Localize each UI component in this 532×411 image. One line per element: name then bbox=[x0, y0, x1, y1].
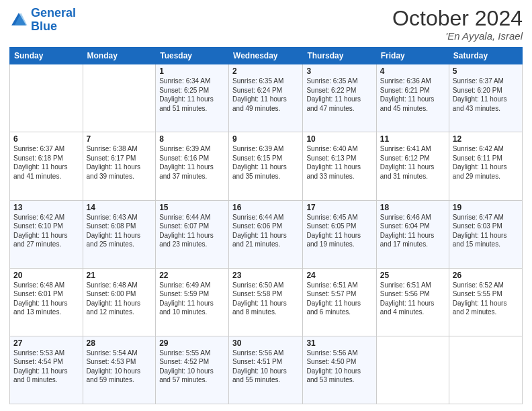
day-number: 19 bbox=[453, 203, 519, 212]
day-info: Sunrise: 6:40 AM Sunset: 6:13 PM Dayligh… bbox=[306, 144, 372, 181]
title-block: October 2024 'En Ayyala, Israel bbox=[392, 7, 523, 42]
day-cell: 12Sunrise: 6:42 AM Sunset: 6:11 PM Dayli… bbox=[449, 132, 522, 200]
day-info: Sunrise: 6:39 AM Sunset: 6:16 PM Dayligh… bbox=[159, 144, 225, 181]
day-cell: 24Sunrise: 6:51 AM Sunset: 5:57 PM Dayli… bbox=[303, 268, 376, 336]
day-cell: 25Sunrise: 6:51 AM Sunset: 5:56 PM Dayli… bbox=[376, 268, 449, 336]
day-cell: 5Sunrise: 6:37 AM Sunset: 6:20 PM Daylig… bbox=[449, 64, 522, 132]
day-info: Sunrise: 5:56 AM Sunset: 4:51 PM Dayligh… bbox=[232, 349, 299, 385]
day-number: 16 bbox=[232, 203, 299, 212]
logo-icon bbox=[9, 11, 28, 30]
day-number: 20 bbox=[13, 271, 79, 280]
day-number: 27 bbox=[13, 338, 79, 348]
day-cell: 13Sunrise: 6:42 AM Sunset: 6:10 PM Dayli… bbox=[10, 200, 83, 268]
day-number: 24 bbox=[306, 271, 372, 280]
day-number: 5 bbox=[453, 66, 519, 76]
day-number: 28 bbox=[87, 338, 152, 348]
day-number: 12 bbox=[453, 134, 519, 144]
day-info: Sunrise: 5:53 AM Sunset: 4:54 PM Dayligh… bbox=[13, 349, 79, 385]
day-info: Sunrise: 6:51 AM Sunset: 5:57 PM Dayligh… bbox=[306, 281, 372, 317]
day-cell: 22Sunrise: 6:49 AM Sunset: 5:59 PM Dayli… bbox=[156, 268, 229, 336]
week-row-0: 1Sunrise: 6:34 AM Sunset: 6:25 PM Daylig… bbox=[10, 64, 523, 132]
logo-blue: Blue bbox=[31, 19, 57, 33]
day-number: 9 bbox=[232, 134, 299, 144]
day-number: 31 bbox=[306, 338, 372, 348]
day-number: 1 bbox=[159, 66, 225, 76]
day-number: 23 bbox=[232, 271, 299, 280]
day-info: Sunrise: 6:38 AM Sunset: 6:17 PM Dayligh… bbox=[87, 144, 152, 181]
header-wednesday: Wednesday bbox=[229, 48, 303, 64]
day-cell: 30Sunrise: 5:56 AM Sunset: 4:51 PM Dayli… bbox=[229, 336, 303, 404]
day-cell: 28Sunrise: 5:54 AM Sunset: 4:53 PM Dayli… bbox=[83, 336, 156, 404]
day-info: Sunrise: 6:34 AM Sunset: 6:25 PM Dayligh… bbox=[159, 77, 225, 113]
calendar-page: General Blue October 2024 'En Ayyala, Is… bbox=[0, 0, 532, 411]
day-cell bbox=[10, 64, 83, 132]
header-saturday: Saturday bbox=[449, 48, 522, 64]
day-cell: 2Sunrise: 6:35 AM Sunset: 6:24 PM Daylig… bbox=[229, 64, 303, 132]
logo: General Blue bbox=[9, 7, 76, 34]
day-info: Sunrise: 6:43 AM Sunset: 6:08 PM Dayligh… bbox=[87, 213, 152, 249]
day-cell: 11Sunrise: 6:41 AM Sunset: 6:12 PM Dayli… bbox=[376, 132, 449, 200]
day-cell: 23Sunrise: 6:50 AM Sunset: 5:58 PM Dayli… bbox=[229, 268, 303, 336]
header-friday: Friday bbox=[376, 48, 449, 64]
day-cell: 31Sunrise: 5:56 AM Sunset: 4:50 PM Dayli… bbox=[303, 336, 376, 404]
day-info: Sunrise: 6:42 AM Sunset: 6:11 PM Dayligh… bbox=[453, 144, 519, 181]
day-info: Sunrise: 6:42 AM Sunset: 6:10 PM Dayligh… bbox=[13, 213, 79, 249]
day-number: 7 bbox=[87, 134, 152, 144]
day-cell bbox=[376, 336, 449, 404]
day-cell: 21Sunrise: 6:48 AM Sunset: 6:00 PM Dayli… bbox=[83, 268, 156, 336]
day-info: Sunrise: 6:46 AM Sunset: 6:04 PM Dayligh… bbox=[380, 213, 445, 249]
day-info: Sunrise: 6:48 AM Sunset: 6:01 PM Dayligh… bbox=[13, 281, 79, 317]
day-info: Sunrise: 6:41 AM Sunset: 6:12 PM Dayligh… bbox=[380, 144, 445, 181]
day-info: Sunrise: 6:49 AM Sunset: 5:59 PM Dayligh… bbox=[159, 281, 225, 317]
day-cell: 27Sunrise: 5:53 AM Sunset: 4:54 PM Dayli… bbox=[10, 336, 83, 404]
day-number: 4 bbox=[380, 66, 445, 76]
day-cell bbox=[83, 64, 156, 132]
day-info: Sunrise: 6:44 AM Sunset: 6:07 PM Dayligh… bbox=[159, 213, 225, 249]
day-info: Sunrise: 6:37 AM Sunset: 6:18 PM Dayligh… bbox=[13, 144, 79, 181]
day-cell: 26Sunrise: 6:52 AM Sunset: 5:55 PM Dayli… bbox=[449, 268, 522, 336]
logo-text: General Blue bbox=[31, 7, 76, 34]
day-cell: 10Sunrise: 6:40 AM Sunset: 6:13 PM Dayli… bbox=[303, 132, 376, 200]
day-info: Sunrise: 6:39 AM Sunset: 6:15 PM Dayligh… bbox=[232, 144, 299, 181]
day-number: 17 bbox=[306, 203, 372, 212]
day-number: 14 bbox=[87, 203, 152, 212]
location-title: 'En Ayyala, Israel bbox=[392, 30, 523, 42]
day-cell: 7Sunrise: 6:38 AM Sunset: 6:17 PM Daylig… bbox=[83, 132, 156, 200]
day-info: Sunrise: 6:37 AM Sunset: 6:20 PM Dayligh… bbox=[453, 77, 519, 113]
day-cell: 3Sunrise: 6:35 AM Sunset: 6:22 PM Daylig… bbox=[303, 64, 376, 132]
day-number: 25 bbox=[380, 271, 445, 280]
day-info: Sunrise: 6:48 AM Sunset: 6:00 PM Dayligh… bbox=[87, 281, 152, 317]
header-tuesday: Tuesday bbox=[156, 48, 229, 64]
day-info: Sunrise: 6:35 AM Sunset: 6:22 PM Dayligh… bbox=[306, 77, 372, 113]
day-cell: 9Sunrise: 6:39 AM Sunset: 6:15 PM Daylig… bbox=[229, 132, 303, 200]
day-info: Sunrise: 6:50 AM Sunset: 5:58 PM Dayligh… bbox=[232, 281, 299, 317]
day-number: 10 bbox=[306, 134, 372, 144]
day-info: Sunrise: 5:56 AM Sunset: 4:50 PM Dayligh… bbox=[306, 349, 372, 385]
day-cell: 18Sunrise: 6:46 AM Sunset: 6:04 PM Dayli… bbox=[376, 200, 449, 268]
day-info: Sunrise: 5:55 AM Sunset: 4:52 PM Dayligh… bbox=[159, 349, 225, 385]
day-cell: 8Sunrise: 6:39 AM Sunset: 6:16 PM Daylig… bbox=[156, 132, 229, 200]
calendar-table: SundayMondayTuesdayWednesdayThursdayFrid… bbox=[9, 47, 523, 404]
day-cell: 29Sunrise: 5:55 AM Sunset: 4:52 PM Dayli… bbox=[156, 336, 229, 404]
week-row-4: 27Sunrise: 5:53 AM Sunset: 4:54 PM Dayli… bbox=[10, 336, 523, 404]
header-monday: Monday bbox=[83, 48, 156, 64]
day-cell: 16Sunrise: 6:44 AM Sunset: 6:06 PM Dayli… bbox=[229, 200, 303, 268]
day-number: 6 bbox=[13, 134, 79, 144]
day-info: Sunrise: 6:35 AM Sunset: 6:24 PM Dayligh… bbox=[232, 77, 299, 113]
day-number: 11 bbox=[380, 134, 445, 144]
day-number: 22 bbox=[159, 271, 225, 280]
day-cell: 4Sunrise: 6:36 AM Sunset: 6:21 PM Daylig… bbox=[376, 64, 449, 132]
day-info: Sunrise: 6:45 AM Sunset: 6:05 PM Dayligh… bbox=[306, 213, 372, 249]
calendar-header-row: SundayMondayTuesdayWednesdayThursdayFrid… bbox=[10, 48, 523, 64]
day-info: Sunrise: 6:36 AM Sunset: 6:21 PM Dayligh… bbox=[380, 77, 445, 113]
day-info: Sunrise: 6:51 AM Sunset: 5:56 PM Dayligh… bbox=[380, 281, 445, 317]
day-cell: 15Sunrise: 6:44 AM Sunset: 6:07 PM Dayli… bbox=[156, 200, 229, 268]
day-info: Sunrise: 6:52 AM Sunset: 5:55 PM Dayligh… bbox=[453, 281, 519, 317]
logo-general: General bbox=[31, 6, 76, 19]
day-number: 8 bbox=[159, 134, 225, 144]
day-cell: 17Sunrise: 6:45 AM Sunset: 6:05 PM Dayli… bbox=[303, 200, 376, 268]
header-sunday: Sunday bbox=[10, 48, 83, 64]
day-cell: 14Sunrise: 6:43 AM Sunset: 6:08 PM Dayli… bbox=[83, 200, 156, 268]
day-number: 3 bbox=[306, 66, 372, 76]
week-row-1: 6Sunrise: 6:37 AM Sunset: 6:18 PM Daylig… bbox=[10, 132, 523, 200]
